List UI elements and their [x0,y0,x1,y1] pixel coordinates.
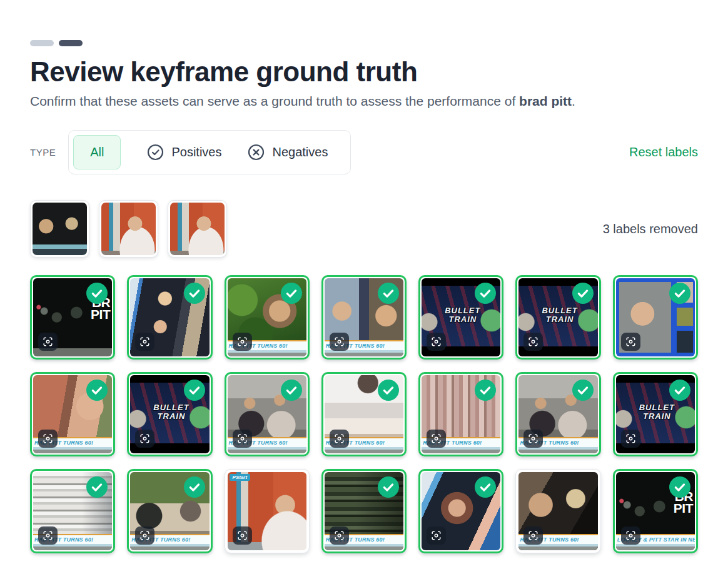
center-focus-icon [528,530,538,541]
center-focus-icon [431,530,442,541]
removed-thumbnail[interactable] [30,200,89,258]
page-title: Review keyframe ground truth [30,56,698,88]
keyframe-card[interactable] [418,469,503,553]
focus-crop-button[interactable] [135,526,154,545]
reset-labels-button[interactable]: Reset labels [629,145,698,159]
focus-crop-button[interactable] [135,430,154,448]
keyframe-card[interactable]: RAD PITT TURNS 60! [321,469,407,553]
focus-crop-button[interactable] [427,526,446,545]
x-circle-icon [248,144,265,161]
selected-check-badge [669,476,690,498]
focus-crop-button[interactable] [621,333,640,351]
selected-check-badge [86,380,108,401]
keyframe-card[interactable]: RAD PITT TURNS 60! [321,275,407,360]
selected-check-badge [572,380,594,401]
focus-crop-button[interactable] [621,430,640,448]
progress-step-2 [59,40,83,46]
focus-crop-button[interactable] [427,333,446,351]
check-icon [378,283,399,304]
removed-thumbnail[interactable] [168,200,227,258]
center-focus-icon [43,336,53,347]
thumbnail-overlay-text: BULLET TRAIN [542,306,577,323]
keyframe-card[interactable]: RAD PITT TURNS 60! [127,469,212,553]
focus-crop-button[interactable] [233,526,252,545]
filter-negatives-button[interactable]: Negatives [248,144,328,161]
keyframe-card[interactable]: BULLET TRAIN [515,275,600,360]
review-keyframes-page: Review keyframe ground truth Confirm tha… [0,0,728,561]
keyframe-card[interactable]: BR PITLOONEY & PITT STAR IN NEW MOV [613,469,698,553]
center-focus-icon [334,336,345,347]
keyframe-card[interactable]: RAD PITT TURNS 60! [30,469,115,553]
filter-all-button[interactable]: All [73,135,121,169]
keyframe-grid: BR PITRAD PITT TURNS 60!RAD PITT TURNS 6… [30,275,698,553]
removed-count-label: 3 labels removed [603,222,698,236]
keyframe-thumbnail: BULLET TRAIN [518,278,597,356]
filter-row: TYPE All Positives Negatives Reset label… [30,130,698,174]
keyframe-thumbnail: RAD PITT TURNS 60! [228,375,306,453]
keyframe-card[interactable]: PStart [225,469,310,553]
keyframe-card[interactable] [613,275,698,360]
check-icon [475,380,496,401]
focus-crop-button[interactable] [330,526,349,545]
keyframe-card[interactable]: RAD PITT TURNS 60! [225,372,310,456]
focus-crop-button[interactable] [330,333,349,351]
progress-step-1 [30,40,54,46]
keyframe-card[interactable]: BULLET TRAIN [613,372,698,456]
center-focus-icon [334,530,345,541]
focus-crop-button[interactable] [523,526,543,545]
keyframe-thumbnail: BULLET TRAIN [130,375,209,453]
keyframe-thumbnail: BR PITLOONEY & PITT STAR IN NEW MOV [616,472,695,550]
center-focus-icon [237,336,248,347]
check-icon [184,476,205,498]
keyframe-card[interactable]: RAD PITT TURNS 60! [321,372,407,456]
keyframe-card[interactable] [127,275,212,360]
center-focus-icon [431,433,442,444]
focus-crop-button[interactable] [427,430,446,448]
keyframe-card[interactable]: RAD PITT TURNS 60! [515,372,600,456]
selected-check-badge [86,476,108,498]
check-icon [475,476,496,498]
removed-thumbnail-image [101,203,156,255]
center-focus-icon [139,336,150,347]
keyframe-card[interactable]: RAD PITT TURNS 60! [515,469,600,553]
focus-crop-button[interactable] [523,333,543,351]
keyframe-thumbnail: BULLET TRAIN [422,278,500,356]
selected-check-badge [669,283,690,304]
keyframe-card[interactable]: RAD PITT TURNS 60! [225,275,310,360]
focus-crop-button[interactable] [135,333,154,351]
keyframe-thumbnail: RAD PITT TURNS 60! [33,375,112,453]
keyframe-card[interactable]: RAD PITT TURNS 60! [30,372,115,456]
filter-option-label: Positives [171,145,221,159]
filter-positives-button[interactable]: Positives [147,144,221,161]
focus-crop-button[interactable] [38,430,58,448]
focus-crop-button[interactable] [38,333,58,351]
center-focus-icon [334,433,345,444]
keyframe-card[interactable]: BULLET TRAIN [127,372,212,456]
focus-crop-button[interactable] [38,526,58,545]
check-icon [86,476,108,498]
type-filter-group: All Positives Negatives [68,130,351,174]
focus-crop-button[interactable] [523,430,543,448]
removed-thumbnail[interactable] [99,200,158,258]
keyframe-thumbnail: RAD PITT TURNS 60! [325,375,403,453]
focus-crop-button[interactable] [233,430,252,448]
center-focus-icon [139,433,150,444]
keyframe-thumbnail: RAD PITT TURNS 60! [518,472,597,550]
selected-check-badge [378,380,399,401]
check-icon [572,380,594,401]
check-icon [86,380,108,401]
selected-check-badge [86,283,108,304]
keyframe-card[interactable]: BR PIT [30,275,115,360]
center-focus-icon [237,433,248,444]
center-focus-icon [43,530,53,541]
keyframe-thumbnail [616,278,695,356]
selected-check-badge [475,476,496,498]
focus-crop-button[interactable] [330,430,349,448]
focus-crop-button[interactable] [233,333,252,351]
removed-thumbnails [30,200,227,258]
check-icon [281,283,302,304]
selected-check-badge [378,476,399,498]
focus-crop-button[interactable] [621,526,640,545]
keyframe-card[interactable]: RAD PITT TURNS 60! [418,372,503,456]
keyframe-card[interactable]: BULLET TRAIN [418,275,503,360]
